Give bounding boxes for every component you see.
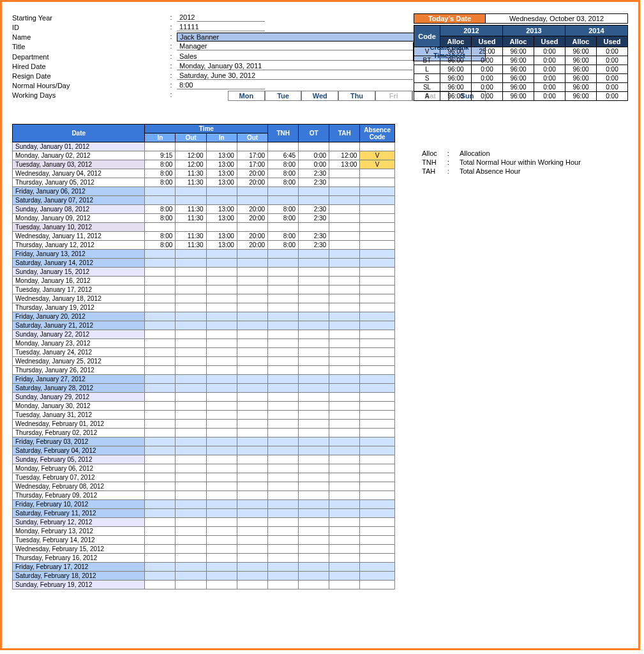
timesheet-row[interactable]: Friday, January 06, 2012	[13, 187, 395, 196]
timesheet-row[interactable]: Wednesday, February 15, 2012	[13, 545, 395, 554]
value-id[interactable]: 11111	[177, 23, 265, 32]
timesheet-row[interactable]: Friday, February 17, 2012	[13, 563, 395, 572]
timesheet-row[interactable]: Thursday, January 12, 20128:0011:3013:00…	[13, 241, 395, 250]
timesheet-row[interactable]: Saturday, January 07, 2012	[13, 196, 395, 205]
timesheet-row[interactable]: Sunday, January 29, 2012	[13, 393, 395, 402]
timesheet-row[interactable]: Thursday, January 26, 2012	[13, 366, 395, 375]
timesheet-row[interactable]: Sunday, January 08, 20128:0011:3013:0020…	[13, 205, 395, 214]
label-title: Title	[12, 42, 165, 52]
timesheet-row[interactable]: Thursday, February 02, 2012	[13, 429, 395, 437]
timesheet-row[interactable]: Tuesday, January 17, 2012	[13, 285, 395, 294]
day-tue[interactable]: Tue	[265, 91, 302, 101]
timesheet-row[interactable]: Monday, January 16, 2012	[13, 277, 395, 285]
timesheet-row[interactable]: Thursday, January 19, 2012	[13, 303, 395, 312]
today-label: Today's Date	[414, 14, 486, 24]
timesheet-row[interactable]: Tuesday, January 03, 20128:0012:0013:001…	[13, 160, 395, 169]
timesheet-row[interactable]: Sunday, February 19, 2012	[13, 581, 395, 589]
legend-row: TAH:Total Absence Hour	[417, 167, 586, 176]
day-thu[interactable]: Thu	[338, 91, 375, 101]
value-starting-year[interactable]: 2012	[177, 13, 265, 22]
timesheet-row[interactable]: Friday, January 13, 2012	[13, 250, 395, 259]
timesheet-table[interactable]: DateTimeTNHOTTAHAbsence CodeInOutInOutSu…	[12, 124, 395, 589]
timesheet-row[interactable]: Sunday, January 01, 2012	[13, 142, 395, 151]
label-resign: Resign Date	[12, 72, 165, 80]
timesheet-row[interactable]: Wednesday, January 04, 20128:0011:3013:0…	[13, 169, 395, 178]
timesheet-row[interactable]: Tuesday, January 10, 2012	[13, 223, 395, 232]
value-department[interactable]: Sales	[177, 52, 413, 62]
timesheet-row[interactable]: Friday, January 20, 2012	[13, 312, 395, 321]
timesheet-row[interactable]: Monday, January 30, 2012	[13, 402, 395, 411]
day-mon[interactable]: Mon	[228, 91, 265, 101]
timesheet-row[interactable]: Sunday, January 22, 2012	[13, 330, 395, 339]
label-normal-hours: Normal Hours/Day	[12, 81, 165, 90]
timesheet-row[interactable]: Saturday, January 21, 2012	[13, 321, 395, 330]
legend-row: Alloc:Allocation	[417, 149, 586, 158]
timesheet-row[interactable]: Thursday, January 05, 20128:0011:3013:00…	[13, 178, 395, 187]
today-value: Wednesday, October 03, 2012	[486, 14, 628, 24]
value-name[interactable]: Jack Banner	[177, 33, 450, 42]
timesheet-row[interactable]: Sunday, February 12, 2012	[13, 518, 395, 527]
label-hired: Hired Date	[12, 62, 165, 71]
timesheet-row[interactable]: Monday, January 09, 20128:0011:3013:0020…	[13, 214, 395, 223]
timesheet-row[interactable]: Thursday, February 09, 2012	[13, 491, 395, 500]
code-row: SL96:000:0096:000:0096:000:00	[414, 83, 628, 92]
timesheet-row[interactable]: Friday, February 03, 2012	[13, 437, 395, 446]
timesheet-row[interactable]: Tuesday, January 31, 2012	[13, 411, 395, 420]
value-hired[interactable]: Monday, January 03, 2011	[177, 62, 413, 71]
timesheet-row[interactable]: Saturday, February 04, 2012	[13, 446, 395, 455]
timesheet-row[interactable]: Sunday, February 05, 2012	[13, 455, 395, 464]
label-working-days: Working Days	[12, 91, 165, 101]
code-row: BT96:000:0096:000:0096:000:00	[414, 56, 628, 65]
timesheet-row[interactable]: Wednesday, January 18, 2012	[13, 294, 395, 303]
label-starting-year: Starting Year	[12, 13, 165, 22]
timesheet-row[interactable]: Saturday, January 28, 2012	[13, 384, 395, 393]
timesheet-row[interactable]: Sunday, January 15, 2012	[13, 268, 395, 277]
code-row: A96:000:0096:000:0096:000:00	[414, 92, 628, 101]
timesheet-row[interactable]: Tuesday, February 07, 2012	[13, 473, 395, 482]
timesheet-row[interactable]: Saturday, February 11, 2012	[13, 509, 395, 518]
value-normal-hours[interactable]: 8:00	[177, 81, 265, 90]
timesheet-row[interactable]: Friday, January 27, 2012	[13, 375, 395, 384]
timesheet-row[interactable]: Wednesday, January 25, 2012	[13, 357, 395, 366]
label-name: Name	[12, 33, 165, 42]
legend: Alloc:AllocationTNH:Total Normal Hour wi…	[417, 149, 586, 176]
today-date: Today's Date Wednesday, October 03, 2012	[414, 13, 628, 24]
timesheet-row[interactable]: Monday, February 13, 2012	[13, 527, 395, 536]
value-resign[interactable]: Saturday, June 30, 2012	[177, 72, 413, 80]
legend-row: TNH:Total Normal Hour within Working Hou…	[417, 158, 586, 167]
timesheet-row[interactable]: Thursday, February 16, 2012	[13, 554, 395, 563]
timesheet-row[interactable]: Wednesday, February 01, 2012	[13, 420, 395, 429]
label-department: Department	[12, 52, 165, 62]
timesheet-row[interactable]: Wednesday, January 11, 20128:0011:3013:0…	[13, 232, 395, 241]
timesheet-row[interactable]: Tuesday, February 14, 2012	[13, 536, 395, 545]
timesheet-row[interactable]: Wednesday, February 08, 2012	[13, 482, 395, 491]
code-row: V96:0025:0096:000:0096:000:00	[414, 47, 628, 56]
label-id: ID	[12, 23, 165, 32]
timesheet-row[interactable]: Tuesday, January 24, 2012	[13, 348, 395, 357]
code-row: L96:000:0096:000:0096:000:00	[414, 65, 628, 74]
timesheet-row[interactable]: Monday, January 23, 2012	[13, 339, 395, 348]
value-title[interactable]: Manager	[177, 42, 413, 52]
timesheet-row[interactable]: Friday, February 10, 2012	[13, 500, 395, 509]
timesheet-row[interactable]: Monday, February 06, 2012	[13, 464, 395, 473]
timesheet-row[interactable]: Monday, January 02, 20129:1512:0013:0017…	[13, 151, 395, 160]
timesheet-row[interactable]: Saturday, January 14, 2012	[13, 259, 395, 268]
code-row: S96:000:0096:000:0096:000:00	[414, 74, 628, 83]
timesheet-row[interactable]: Saturday, February 18, 2012	[13, 572, 395, 581]
day-fri[interactable]: Fri	[375, 91, 412, 101]
day-wed[interactable]: Wed	[301, 91, 338, 101]
codes-table: Code201220132014AllocUsedAllocUsedAllocU…	[414, 25, 628, 101]
